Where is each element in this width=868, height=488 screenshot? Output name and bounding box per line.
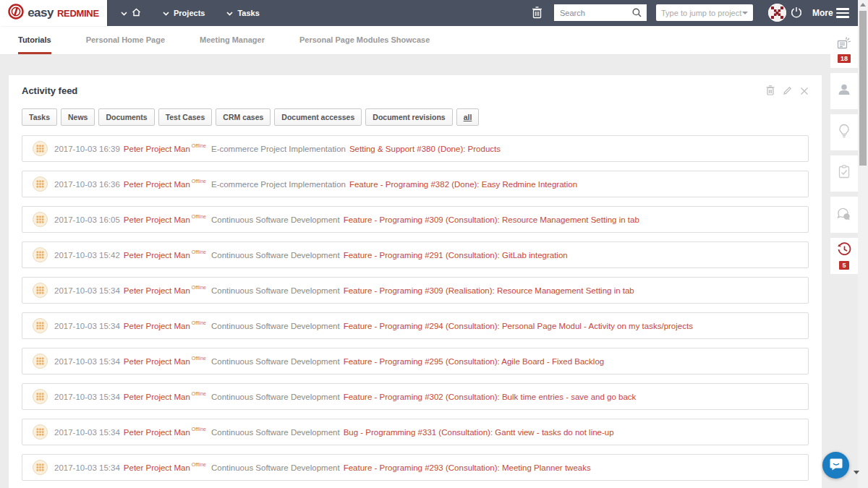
avatar-identicon: [33, 318, 48, 333]
user-link[interactable]: Peter Project Man: [124, 428, 190, 437]
nav-tasks-label: Tasks: [237, 9, 259, 17]
filter-button[interactable]: News: [61, 108, 95, 126]
task-link[interactable]: Feature - Programing #293 (Consultation)…: [344, 463, 591, 472]
filter-button[interactable]: Document accesses: [274, 108, 362, 126]
right-sidebar: 18: [830, 32, 858, 279]
presence-status: Offline: [192, 320, 206, 325]
activity-row[interactable]: 2017-10-03 16:05 Peter Project Man Offli…: [22, 206, 809, 233]
task-link[interactable]: Feature - Programing #302 (Consultation)…: [344, 393, 637, 401]
tab[interactable]: Personal Home Page: [86, 26, 165, 54]
presence-status: Offline: [192, 391, 206, 396]
activity-timestamp: 2017-10-03 15:34: [54, 393, 120, 401]
task-link[interactable]: Feature - Programing #294 (Consultation)…: [344, 322, 693, 330]
activity-row[interactable]: 2017-10-03 16:36 Peter Project Man Offli…: [22, 171, 809, 197]
activity-row[interactable]: 2017-10-03 15:34 Peter Project Man Offli…: [22, 383, 809, 410]
nav-projects[interactable]: Projects: [152, 0, 216, 26]
activity-row[interactable]: 2017-10-03 15:34 Peter Project Man Offli…: [22, 348, 809, 374]
user-link[interactable]: Peter Project Man: [124, 251, 190, 260]
jump-to-project-select[interactable]: Type to jump to project...: [656, 4, 753, 21]
user-icon: [837, 82, 851, 100]
personal-page-tabs: Tutorials Personal Home Page Meeting Man…: [0, 26, 868, 55]
tab-label: Personal Page Modules Showcase: [299, 35, 430, 44]
user-link[interactable]: Peter Project Man: [124, 393, 190, 401]
filter-button[interactable]: Tasks: [22, 108, 57, 126]
filter-label: Tasks: [29, 113, 50, 121]
trash-icon[interactable]: [532, 7, 542, 22]
logout-power-icon[interactable]: [791, 7, 802, 21]
delete-module-trash-icon[interactable]: [766, 85, 775, 98]
chat-bubbles-icon: [837, 207, 852, 223]
more-menu[interactable]: More: [812, 8, 833, 18]
edit-pencil-icon[interactable]: [783, 85, 792, 98]
close-icon[interactable]: [800, 85, 809, 98]
filter-label: Document revisions: [373, 113, 445, 121]
activity-row[interactable]: 2017-10-03 15:42 Peter Project Man Offli…: [22, 241, 809, 268]
top-navigation: Projects Tasks: [110, 0, 271, 26]
news-feed-icon: [837, 37, 851, 53]
filter-label: all: [464, 113, 472, 121]
project-name: E-commerce Project Implementation: [211, 145, 346, 153]
task-link[interactable]: Feature - Programing #309 (Consultation)…: [344, 215, 639, 224]
activity-timestamp: 2017-10-03 16:39: [54, 145, 120, 153]
sidebar-item-chat[interactable]: [830, 197, 858, 233]
task-link[interactable]: Feature - Programing #291 (Consultation)…: [344, 251, 568, 260]
filter-button[interactable]: Documents: [98, 108, 154, 126]
filter-button[interactable]: all: [456, 108, 480, 126]
live-chat-button[interactable]: [822, 452, 849, 479]
tab[interactable]: Personal Page Modules Showcase: [299, 26, 430, 54]
sidebar-item-test-cases[interactable]: [830, 155, 858, 192]
task-link[interactable]: Bug - Programming #331 (Consultation): G…: [344, 428, 614, 437]
user-link[interactable]: Peter Project Man: [124, 180, 190, 189]
chevron-down-icon[interactable]: [854, 471, 859, 474]
tab[interactable]: Tutorials: [18, 26, 51, 54]
sidebar-item-history[interactable]: 5: [830, 238, 858, 274]
sidebar-item-ideas[interactable]: [830, 114, 858, 150]
activity-row[interactable]: 2017-10-03 15:34 Peter Project Man Offli…: [22, 419, 809, 445]
task-link[interactable]: Feature - Programing #309 (Realisation):…: [344, 286, 634, 295]
task-link[interactable]: Feature - Programing #382 (Done): Easy R…: [349, 180, 577, 189]
activity-row[interactable]: 2017-10-03 15:34 Peter Project Man Offli…: [22, 454, 809, 481]
clipboard-check-icon: [838, 165, 851, 182]
user-link[interactable]: Peter Project Man: [124, 286, 190, 295]
user-link[interactable]: Peter Project Man: [124, 357, 190, 366]
user-link[interactable]: Peter Project Man: [124, 145, 190, 153]
search-input[interactable]: [555, 9, 632, 17]
project-name: Continuous Software Development: [211, 428, 340, 437]
project-name: Continuous Software Development: [211, 393, 340, 401]
chevron-down-icon: [226, 9, 233, 17]
filter-label: Document accesses: [281, 113, 354, 121]
chevron-down-icon: [121, 9, 127, 17]
filter-button[interactable]: Test Cases: [158, 108, 213, 126]
user-link[interactable]: Peter Project Man: [124, 215, 190, 224]
nav-tasks[interactable]: Tasks: [216, 0, 270, 26]
chevron-down-icon: [742, 12, 748, 14]
activity-timestamp: 2017-10-03 15:42: [54, 251, 120, 260]
user-link[interactable]: Peter Project Man: [124, 463, 190, 472]
vertical-scrollbar[interactable]: [858, 0, 868, 488]
filter-label: Test Cases: [166, 113, 205, 121]
tab[interactable]: Meeting Manager: [200, 26, 265, 54]
activity-row[interactable]: 2017-10-03 15:34 Peter Project Man Offli…: [22, 312, 809, 339]
task-link[interactable]: Setting & Support #380 (Done): Products: [349, 145, 501, 153]
activity-feed-panel: Activity feed Tasks: [9, 75, 822, 488]
avatar-identicon: [33, 389, 48, 404]
activity-row[interactable]: 2017-10-03 16:39 Peter Project Man Offli…: [22, 135, 809, 162]
sidebar-item-news-feed[interactable]: 18: [830, 32, 858, 68]
app-logo[interactable]: easyREDMINE: [0, 0, 107, 26]
filter-button[interactable]: CRM cases: [216, 108, 271, 126]
chat-bubble-icon: [829, 457, 843, 474]
user-avatar[interactable]: [768, 4, 786, 22]
task-link[interactable]: Feature - Programing #295 (Consultation)…: [344, 357, 605, 366]
avatar-identicon: [33, 176, 48, 192]
filter-label: CRM cases: [223, 113, 263, 121]
sidebar-item-users[interactable]: [830, 73, 858, 109]
project-name: Continuous Software Development: [211, 322, 340, 330]
hamburger-menu-icon[interactable]: [836, 8, 849, 20]
nav-home[interactable]: [110, 0, 152, 26]
activity-row[interactable]: 2017-10-03 15:34 Peter Project Man Offli…: [22, 277, 809, 304]
scrollbar-thumb[interactable]: [859, 11, 867, 166]
user-link[interactable]: Peter Project Man: [124, 322, 190, 330]
search-icon[interactable]: [632, 8, 646, 17]
scroll-up-arrow-icon[interactable]: [860, 3, 866, 7]
filter-button[interactable]: Document revisions: [365, 108, 452, 126]
